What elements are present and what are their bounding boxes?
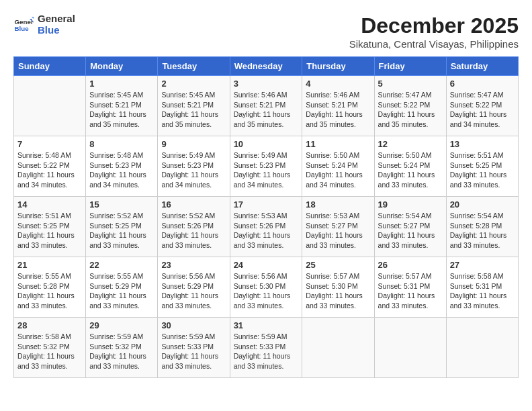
day-number: 21	[17, 260, 82, 270]
day-info: Sunrise: 5:54 AMSunset: 5:27 PMDaylight:…	[378, 211, 443, 250]
calendar-cell	[302, 318, 374, 378]
calendar-cell: 2Sunrise: 5:45 AMSunset: 5:21 PMDaylight…	[158, 76, 230, 136]
day-info: Sunrise: 5:50 AMSunset: 5:24 PMDaylight:…	[378, 150, 443, 190]
day-number: 31	[234, 320, 299, 330]
calendar-cell: 24Sunrise: 5:56 AMSunset: 5:30 PMDayligh…	[230, 257, 302, 318]
day-number: 3	[234, 79, 299, 89]
calendar-cell: 3Sunrise: 5:46 AMSunset: 5:21 PMDaylight…	[230, 76, 302, 136]
day-number: 19	[378, 199, 443, 210]
calendar-cell: 21Sunrise: 5:55 AMSunset: 5:28 PMDayligh…	[14, 257, 86, 318]
day-info: Sunrise: 5:47 AMSunset: 5:22 PMDaylight:…	[378, 90, 443, 130]
day-info: Sunrise: 5:45 AMSunset: 5:21 PMDaylight:…	[161, 90, 226, 130]
day-number: 25	[306, 260, 370, 270]
day-info: Sunrise: 5:56 AMSunset: 5:29 PMDaylight:…	[161, 271, 226, 311]
logo-text-general: General	[38, 13, 75, 25]
calendar-cell: 4Sunrise: 5:46 AMSunset: 5:21 PMDaylight…	[302, 76, 374, 136]
logo-icon: General Blue	[13, 15, 34, 35]
calendar-cell: 16Sunrise: 5:52 AMSunset: 5:26 PMDayligh…	[158, 197, 230, 257]
header-wednesday: Wednesday	[230, 57, 302, 76]
calendar-cell	[374, 318, 446, 378]
day-info: Sunrise: 5:59 AMSunset: 5:33 PMDaylight:…	[161, 332, 226, 371]
day-info: Sunrise: 5:53 AMSunset: 5:27 PMDaylight:…	[306, 211, 370, 250]
day-info: Sunrise: 5:56 AMSunset: 5:30 PMDaylight:…	[234, 271, 299, 311]
day-number: 6	[450, 79, 515, 89]
calendar-week-row: 21Sunrise: 5:55 AMSunset: 5:28 PMDayligh…	[14, 257, 519, 318]
calendar-table: SundayMondayTuesdayWednesdayThursdayFrid…	[13, 56, 519, 378]
day-number: 7	[17, 139, 82, 149]
calendar-cell: 26Sunrise: 5:57 AMSunset: 5:31 PMDayligh…	[374, 257, 446, 318]
day-number: 13	[450, 139, 515, 149]
day-number: 2	[161, 79, 226, 89]
calendar-cell: 15Sunrise: 5:52 AMSunset: 5:25 PMDayligh…	[86, 197, 158, 257]
month-year-title: December 2025	[349, 13, 519, 38]
header-tuesday: Tuesday	[158, 57, 230, 76]
calendar-cell: 31Sunrise: 5:59 AMSunset: 5:33 PMDayligh…	[230, 318, 302, 378]
calendar-cell: 23Sunrise: 5:56 AMSunset: 5:29 PMDayligh…	[158, 257, 230, 318]
day-info: Sunrise: 5:52 AMSunset: 5:26 PMDaylight:…	[161, 211, 226, 250]
calendar-cell: 22Sunrise: 5:55 AMSunset: 5:29 PMDayligh…	[86, 257, 158, 318]
day-info: Sunrise: 5:58 AMSunset: 5:32 PMDaylight:…	[17, 332, 82, 371]
calendar-cell: 13Sunrise: 5:51 AMSunset: 5:25 PMDayligh…	[446, 136, 518, 197]
day-number: 9	[161, 139, 226, 149]
calendar-cell: 5Sunrise: 5:47 AMSunset: 5:22 PMDaylight…	[374, 76, 446, 136]
day-info: Sunrise: 5:49 AMSunset: 5:23 PMDaylight:…	[161, 150, 226, 190]
day-info: Sunrise: 5:48 AMSunset: 5:23 PMDaylight:…	[89, 150, 154, 190]
day-number: 27	[450, 260, 515, 270]
calendar-cell: 28Sunrise: 5:58 AMSunset: 5:32 PMDayligh…	[14, 318, 86, 378]
day-number: 28	[17, 320, 82, 330]
day-info: Sunrise: 5:51 AMSunset: 5:25 PMDaylight:…	[450, 150, 515, 190]
location-subtitle: Sikatuna, Central Visayas, Philippines	[349, 38, 519, 50]
calendar-cell: 20Sunrise: 5:54 AMSunset: 5:28 PMDayligh…	[446, 197, 518, 257]
day-number: 18	[306, 199, 370, 210]
header-monday: Monday	[86, 57, 158, 76]
calendar-cell: 10Sunrise: 5:49 AMSunset: 5:23 PMDayligh…	[230, 136, 302, 197]
header-saturday: Saturday	[446, 57, 518, 76]
calendar-cell: 8Sunrise: 5:48 AMSunset: 5:23 PMDaylight…	[86, 136, 158, 197]
day-number: 14	[17, 199, 82, 210]
day-info: Sunrise: 5:57 AMSunset: 5:31 PMDaylight:…	[378, 271, 443, 311]
calendar-cell: 29Sunrise: 5:59 AMSunset: 5:32 PMDayligh…	[86, 318, 158, 378]
day-info: Sunrise: 5:46 AMSunset: 5:21 PMDaylight:…	[234, 90, 299, 130]
calendar-week-row: 1Sunrise: 5:45 AMSunset: 5:21 PMDaylight…	[14, 76, 519, 136]
day-number: 12	[378, 139, 443, 149]
calendar-week-row: 14Sunrise: 5:51 AMSunset: 5:25 PMDayligh…	[14, 197, 519, 257]
day-info: Sunrise: 5:48 AMSunset: 5:22 PMDaylight:…	[17, 150, 82, 190]
calendar-cell: 30Sunrise: 5:59 AMSunset: 5:33 PMDayligh…	[158, 318, 230, 378]
day-info: Sunrise: 5:57 AMSunset: 5:30 PMDaylight:…	[306, 271, 370, 311]
day-info: Sunrise: 5:53 AMSunset: 5:26 PMDaylight:…	[234, 211, 299, 250]
day-number: 17	[234, 199, 299, 210]
calendar-cell: 11Sunrise: 5:50 AMSunset: 5:24 PMDayligh…	[302, 136, 374, 197]
day-info: Sunrise: 5:52 AMSunset: 5:25 PMDaylight:…	[89, 211, 154, 250]
day-number: 24	[234, 260, 299, 270]
day-info: Sunrise: 5:45 AMSunset: 5:21 PMDaylight:…	[89, 90, 154, 130]
day-info: Sunrise: 5:59 AMSunset: 5:32 PMDaylight:…	[89, 332, 154, 371]
day-number: 30	[161, 320, 226, 330]
day-info: Sunrise: 5:47 AMSunset: 5:22 PMDaylight:…	[450, 90, 515, 130]
day-number: 4	[306, 79, 370, 89]
day-number: 5	[378, 79, 443, 89]
day-number: 26	[378, 260, 443, 270]
day-info: Sunrise: 5:58 AMSunset: 5:31 PMDaylight:…	[450, 271, 515, 311]
calendar-cell: 7Sunrise: 5:48 AMSunset: 5:22 PMDaylight…	[14, 136, 86, 197]
day-info: Sunrise: 5:49 AMSunset: 5:23 PMDaylight:…	[234, 150, 299, 190]
day-number: 16	[161, 199, 226, 210]
day-info: Sunrise: 5:50 AMSunset: 5:24 PMDaylight:…	[306, 150, 370, 190]
logo-text-blue: Blue	[38, 25, 75, 36]
calendar-cell	[446, 318, 518, 378]
calendar-cell: 9Sunrise: 5:49 AMSunset: 5:23 PMDaylight…	[158, 136, 230, 197]
day-number: 23	[161, 260, 226, 270]
day-number: 20	[450, 199, 515, 210]
day-number: 1	[89, 79, 154, 89]
calendar-cell: 12Sunrise: 5:50 AMSunset: 5:24 PMDayligh…	[374, 136, 446, 197]
calendar-cell: 6Sunrise: 5:47 AMSunset: 5:22 PMDaylight…	[446, 76, 518, 136]
day-number: 10	[234, 139, 299, 149]
page-header: General Blue General Blue December 2025 …	[13, 13, 519, 50]
calendar-cell: 25Sunrise: 5:57 AMSunset: 5:30 PMDayligh…	[302, 257, 374, 318]
header-thursday: Thursday	[302, 57, 374, 76]
day-info: Sunrise: 5:54 AMSunset: 5:28 PMDaylight:…	[450, 211, 515, 250]
day-info: Sunrise: 5:46 AMSunset: 5:21 PMDaylight:…	[306, 90, 370, 130]
calendar-week-row: 7Sunrise: 5:48 AMSunset: 5:22 PMDaylight…	[14, 136, 519, 197]
day-info: Sunrise: 5:55 AMSunset: 5:29 PMDaylight:…	[89, 271, 154, 311]
day-info: Sunrise: 5:51 AMSunset: 5:25 PMDaylight:…	[17, 211, 82, 250]
day-number: 8	[89, 139, 154, 149]
